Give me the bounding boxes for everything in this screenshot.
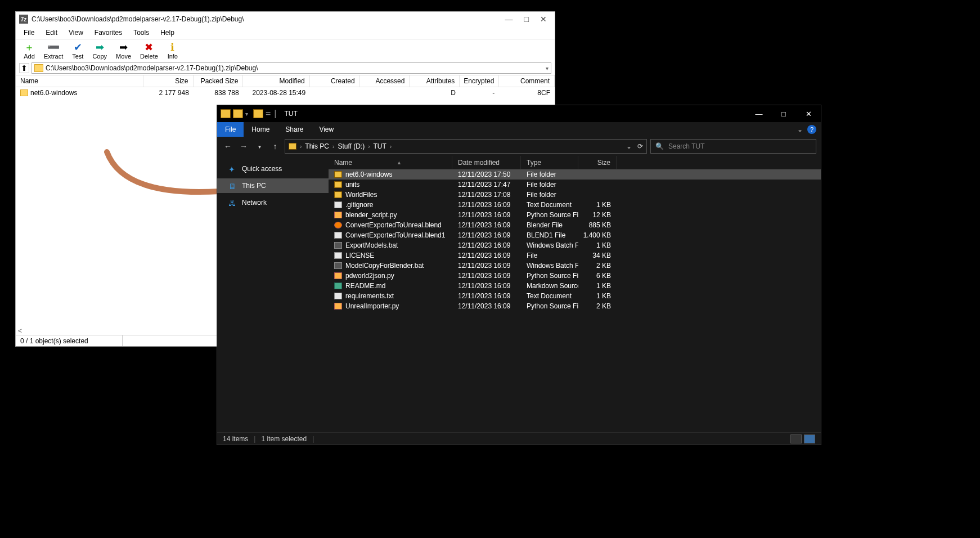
maximize-button[interactable]: □ [524,15,529,24]
menu-tools[interactable]: Tools [129,28,154,38]
refresh-icon[interactable]: ⟳ [637,142,643,150]
ribbon-tab-home[interactable]: Home [244,125,277,133]
nav-back-button[interactable]: ← [222,140,234,153]
chevron-down-icon[interactable]: ▾ [546,65,549,71]
file-row[interactable]: ConvertExportedToUnreal.blend12/11/2023 … [329,220,821,230]
column-header-accessed[interactable]: Accessed [360,75,410,87]
column-header-encrypted[interactable]: Encrypted [460,75,499,87]
search-box[interactable]: 🔍 Search TUT [650,139,816,154]
sidebar-item-this-pc[interactable]: 🖥This PC [217,178,329,193]
menu-help[interactable]: Help [156,28,179,38]
ribbon-tab-view[interactable]: View [311,125,341,133]
column-header-attributes[interactable]: Attributes [410,75,460,87]
file-row[interactable]: units12/11/2023 17:47File folder [329,180,821,190]
sidebar-item-quick-access[interactable]: ✦Quick access [217,162,329,176]
tool-copy-button[interactable]: ➡Copy [88,42,111,60]
column-header-modified[interactable]: Modified [243,75,309,87]
sevenzip-column-headers[interactable]: NameSizePacked SizeModifiedCreatedAccess… [16,75,555,87]
file-row[interactable]: ModelCopyForBlender.bat12/11/2023 16:09W… [329,261,821,271]
tool-move-button[interactable]: ➡Move [111,42,136,60]
tool-info-button[interactable]: ℹInfo [163,42,183,60]
menu-file[interactable]: File [19,28,39,38]
nav-up-button[interactable]: ↑ [269,140,281,153]
nav-recent-dropdown[interactable]: ▾ [253,140,266,153]
column-header-size[interactable]: Size [578,156,617,169]
file-row[interactable]: blender_script.py12/11/2023 16:09Python … [329,210,821,220]
breadcrumb-segment[interactable]: Stuff (D:) [338,142,365,150]
chevron-down-icon[interactable]: ▾ [245,111,251,117]
tool-test-button[interactable]: ✔Test [68,42,88,60]
file-date: 12/11/2023 17:47 [452,181,521,189]
explorer-titlebar[interactable]: ▾ = | TUT — □ ✕ [217,105,821,122]
column-header-size[interactable]: Size [143,75,194,87]
sidebar-item-network[interactable]: 🖧Network [217,195,329,210]
chevron-right-icon[interactable]: › [332,144,334,150]
minimize-button[interactable]: — [747,106,771,122]
qat-separator: = [266,109,271,119]
column-header-date-modified[interactable]: Date modified [452,156,521,169]
file-date: 12/11/2023 16:09 [452,282,521,290]
file-row[interactable]: WorldFiles12/11/2023 17:08File folder [329,190,821,200]
file-name: pdworld2json.py [345,272,394,280]
up-button[interactable]: ⬆ [19,63,29,73]
sevenzip-menubar: FileEditViewFavoritesToolsHelp [16,26,555,39]
column-header-type[interactable]: Type [521,156,578,169]
sort-asc-icon: ▲ [397,160,402,165]
view-details-button[interactable] [790,434,802,443]
minimize-button[interactable]: — [505,15,513,24]
file-row[interactable]: net6.0-windows12/11/2023 17:50File folde… [329,169,821,180]
sevenzip-titlebar[interactable]: 7z C:\Users\boo3\Downloads\pd2modelparse… [16,12,555,26]
nav-forward-button[interactable]: → [237,140,250,153]
file-name: WorldFiles [345,191,377,199]
tool-delete-button[interactable]: ✖Delete [136,42,163,60]
doc-icon [334,252,342,259]
menu-edit[interactable]: Edit [41,28,62,38]
list-column-headers[interactable]: Name▲Date modifiedTypeSize [329,156,821,169]
file-type: Text Document [521,292,578,300]
file-row[interactable]: UnrealImporter.py12/11/2023 16:09Python … [329,301,821,311]
breadcrumb-segment[interactable]: This PC [305,142,329,150]
file-row[interactable]: ExportModels.bat12/11/2023 16:09Windows … [329,240,821,250]
maximize-button[interactable]: □ [771,106,796,122]
chevron-right-icon[interactable]: › [368,144,370,150]
address-dropdown-icon[interactable]: ⌄ [626,142,632,150]
file-type: Blender File [521,221,578,229]
file-date: 12/11/2023 16:09 [452,262,521,270]
column-header-created[interactable]: Created [310,75,360,87]
ribbon-file-tab[interactable]: File [217,122,244,137]
breadcrumb-segment[interactable]: TUT [374,142,386,150]
cell: net6.0-windows [16,89,143,97]
file-row[interactable]: LICENSE12/11/2023 16:09File34 KB [329,250,821,261]
file-row[interactable]: requirements.txt12/11/2023 16:09Text Doc… [329,291,821,301]
ribbon-expand-icon[interactable]: ⌄ [797,125,803,133]
view-large-button[interactable] [804,434,815,443]
sevenzip-file-row[interactable]: net6.0-windows2 177 948838 7882023-08-28… [16,87,555,98]
menu-view[interactable]: View [64,28,88,38]
tool-add-button[interactable]: ＋Add [19,42,39,60]
address-bar[interactable]: › This PC›Stuff (D:)›TUT› ⌄ ⟳ [285,139,647,154]
cell: 838 788 [194,89,244,97]
status-selection: 0 / 1 object(s) selected [16,335,123,346]
path-input[interactable]: C:\Users\boo3\Downloads\pd2modelparser-v… [32,62,551,74]
column-header-packed-size[interactable]: Packed Size [194,75,244,87]
ribbon-tab-share[interactable]: Share [277,125,311,133]
file-row[interactable]: pdworld2json.py12/11/2023 16:09Python So… [329,271,821,281]
column-header-name[interactable]: Name [16,75,143,87]
file-row[interactable]: README.md12/11/2023 16:09Markdown Source… [329,281,821,291]
close-button[interactable]: ✕ [540,15,547,24]
file-row[interactable]: ConvertExportedToUnreal.blend112/11/2023… [329,230,821,240]
menu-favorites[interactable]: Favorites [90,28,127,38]
chevron-right-icon[interactable]: › [300,144,302,150]
column-header-name[interactable]: Name▲ [329,156,452,169]
tool-extract-button[interactable]: ➖Extract [39,42,68,60]
file-row[interactable]: .gitignore12/11/2023 16:09Text Document1… [329,200,821,210]
py-icon [334,303,342,310]
sevenzip-app-icon: 7z [19,15,28,24]
tool-label: Delete [140,53,158,60]
help-icon[interactable]: ? [807,125,816,134]
chevron-right-icon[interactable]: › [390,144,392,150]
column-header-comment[interactable]: Comment [499,75,555,87]
close-button[interactable]: ✕ [796,106,821,122]
cell: 2 177 948 [143,89,194,97]
scroll-left-indicator[interactable]: < [18,327,22,335]
